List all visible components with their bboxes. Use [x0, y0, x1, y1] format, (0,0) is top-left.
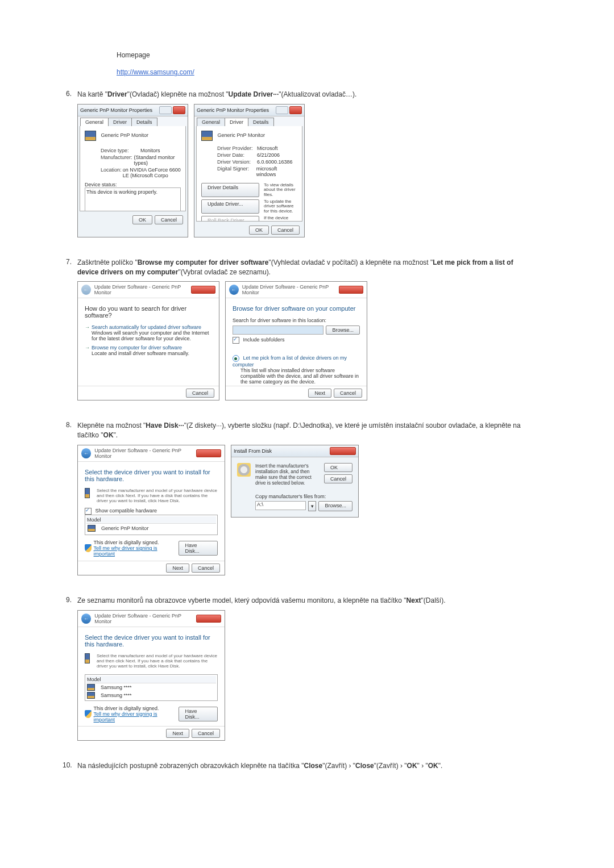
tab-general[interactable]: General — [197, 118, 225, 126]
homepage-link[interactable]: http://www.samsung.com/ — [117, 68, 194, 76]
path-input[interactable] — [233, 326, 323, 335]
option-title: Let me pick from a list of device driver… — [233, 356, 347, 368]
option-browse[interactable]: Browse my computer for driver software L… — [85, 345, 212, 356]
minimize-icon[interactable] — [276, 106, 288, 114]
shield-icon — [85, 710, 92, 718]
tab-details[interactable]: Details — [131, 118, 157, 126]
tab-driver[interactable]: Driver — [108, 118, 132, 126]
tab-driver[interactable]: Driver — [225, 118, 248, 126]
include-subfolders-label: Include subfolders — [243, 337, 285, 343]
driver-details-button[interactable]: Driver Details — [201, 183, 259, 197]
homepage-url[interactable]: http://www.samsung.com/ — [117, 68, 614, 76]
model-item[interactable]: Generic PnP Monitor — [101, 525, 148, 531]
model-item[interactable]: Samsung **** — [101, 685, 132, 690]
install-from-disk-dialog: Install From Disk Insert the manufacture… — [231, 445, 359, 518]
have-disk-button[interactable]: Have Disk... — [179, 541, 218, 556]
t: Have Disk··· — [146, 422, 184, 429]
t: Close — [304, 762, 323, 770]
model-header: Model — [86, 516, 216, 524]
window-buttons[interactable] — [330, 447, 356, 455]
wizard-heading: How do you want to search for driver sof… — [85, 305, 212, 319]
d: To update the driver software for this d… — [264, 199, 297, 214]
update-driver-button[interactable]: Update Driver... — [201, 199, 259, 214]
rollback-button[interactable]: Roll Back Driver — [201, 216, 259, 222]
window-buttons[interactable] — [159, 106, 185, 114]
browse-button[interactable]: Browse... — [326, 326, 360, 335]
cancel-button[interactable]: Cancel — [192, 729, 220, 738]
cancel-button[interactable]: Cancel — [271, 226, 300, 235]
t: Ze seznamu monitorů na obrazovce vyberte… — [77, 596, 406, 604]
back-icon[interactable]: ← — [81, 285, 91, 295]
val: 6/21/2006 — [257, 152, 280, 158]
close-icon[interactable] — [196, 449, 221, 457]
cancel-button[interactable]: Cancel — [155, 215, 183, 224]
status-textarea[interactable]: This device is working properly. — [85, 187, 181, 211]
signed-label: This driver is digitally signed. — [94, 706, 177, 711]
device-name: Generic PnP Monitor — [101, 132, 148, 138]
close-icon[interactable] — [196, 615, 221, 623]
dropdown-icon[interactable]: ▾ — [308, 501, 316, 511]
cancel-button[interactable]: Cancel — [324, 474, 352, 483]
have-disk-button[interactable]: Have Disk... — [179, 707, 218, 721]
shield-icon — [85, 544, 92, 552]
back-icon[interactable]: ← — [81, 614, 91, 624]
window-buttons[interactable] — [276, 106, 302, 114]
signing-link[interactable]: Tell me why driver signing is important — [94, 545, 177, 557]
monitor-icon — [201, 131, 213, 141]
breadcrumb: Update Driver Software - Generic PnP Mon… — [94, 284, 192, 295]
ok-button[interactable]: OK — [132, 215, 152, 224]
lbl: Driver Provider: — [217, 145, 257, 151]
radio-icon[interactable] — [233, 355, 239, 362]
next-button[interactable]: Next — [166, 564, 189, 573]
back-icon[interactable]: ← — [229, 285, 239, 295]
cancel-button[interactable]: Cancel — [186, 389, 214, 398]
tab-details[interactable]: Details — [248, 118, 274, 126]
lbl: Driver Version: — [217, 159, 257, 165]
back-icon[interactable]: ← — [81, 448, 91, 458]
signed-label: This driver is digitally signed. — [94, 540, 177, 545]
close-icon[interactable] — [330, 447, 356, 455]
close-icon[interactable] — [289, 106, 302, 114]
monitor-icon — [87, 684, 95, 691]
cancel-button[interactable]: Cancel — [334, 389, 362, 398]
next-button[interactable]: Next — [166, 729, 189, 738]
ok-button[interactable]: OK — [249, 226, 269, 235]
model-item[interactable]: Samsung **** — [101, 692, 132, 698]
next-button[interactable]: Next — [308, 389, 331, 398]
ok-button[interactable]: OK — [324, 463, 352, 472]
step-10: 10. Na následujících postupně zobrazenýc… — [77, 761, 529, 771]
t: "(Zavřít) › " — [374, 762, 407, 770]
breadcrumb: Update Driver Software - Generic PnP Mon… — [242, 284, 339, 295]
browse-button[interactable]: Browse... — [318, 501, 352, 511]
wizard-sub: Select the manufacturer and model of you… — [97, 488, 218, 503]
t: Close — [355, 762, 374, 770]
t: Zaškrtněte políčko " — [77, 258, 138, 266]
cancel-button[interactable]: Cancel — [192, 564, 220, 573]
path-input[interactable]: A:\ — [255, 501, 306, 510]
properties-dialog-general: Generic PnP Monitor Properties General D… — [77, 104, 188, 237]
close-icon[interactable] — [339, 286, 363, 294]
model-list[interactable]: Model Generic PnP Monitor — [85, 515, 218, 535]
close-icon[interactable] — [173, 106, 185, 114]
lbl: Device type: — [101, 148, 140, 153]
t: ". — [114, 431, 118, 439]
tab-general[interactable]: General — [80, 118, 109, 126]
breadcrumb: Update Driver Software - Generic PnP Mon… — [94, 448, 196, 459]
minimize-icon[interactable] — [159, 106, 172, 114]
model-list[interactable]: Model Samsung **** Samsung **** — [85, 674, 218, 701]
t: "(Aktualizovat ovladač…). — [279, 90, 356, 98]
option-auto[interactable]: Search automatically for updated driver … — [85, 324, 212, 341]
compat-checkbox[interactable] — [85, 508, 92, 515]
signing-link[interactable]: Tell me why driver signing is important — [94, 711, 177, 723]
dialog-title: Generic PnP Monitor Properties — [197, 107, 269, 113]
monitor-icon — [85, 131, 96, 141]
monitor-icon — [87, 692, 95, 699]
t: "(Zavřít) › " — [322, 762, 355, 770]
model-header: Model — [86, 676, 216, 683]
include-subfolders-checkbox[interactable] — [233, 337, 239, 344]
wizard-select-model: ← Update Driver Software - Generic PnP M… — [77, 610, 225, 741]
monitor-icon — [85, 488, 90, 498]
close-icon[interactable] — [191, 286, 215, 294]
t: ". — [438, 762, 443, 770]
t: Update Driver··· — [229, 90, 279, 98]
